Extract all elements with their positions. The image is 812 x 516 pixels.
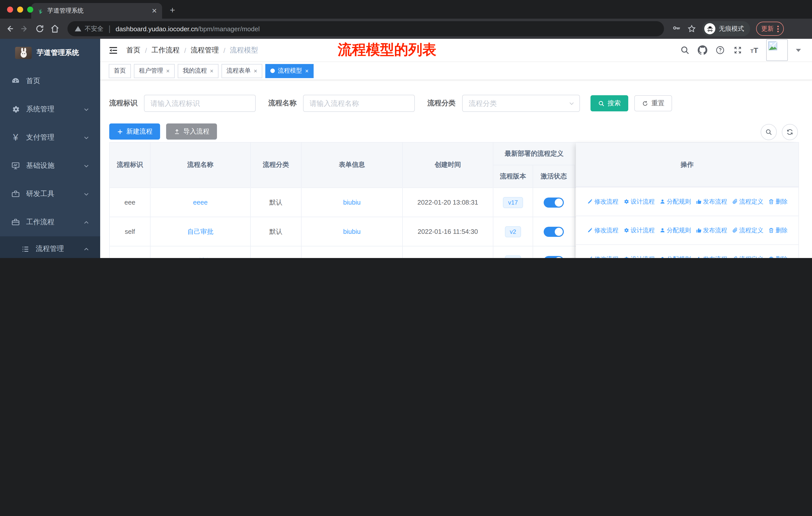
breadcrumb: 首页/ 工作流程/ 流程管理/ 流程模型 (126, 46, 258, 55)
import-process-button[interactable]: 导入流程 (166, 124, 217, 140)
pencil-icon (587, 198, 593, 205)
tag-process-form[interactable]: 流程表单× (222, 64, 262, 78)
avatar[interactable] (766, 39, 788, 61)
workflow-submenu: 流程管理 流程表单 用户分组 流程模型 任务管理 (0, 236, 100, 258)
reload-icon[interactable] (35, 24, 44, 33)
close-window-button[interactable] (7, 6, 13, 12)
edit-process-link[interactable]: 修改流程 (587, 226, 618, 235)
address-bar[interactable]: 不安全 | dashboard.yudao.iocoder.cn/bpm/man… (67, 21, 664, 36)
breadcrumb-home[interactable]: 首页 (126, 46, 141, 55)
paperclip-icon (732, 198, 738, 205)
process-definition-link[interactable]: 流程定义 (732, 197, 763, 206)
active-toggle[interactable] (544, 226, 564, 237)
active-toggle[interactable] (544, 197, 564, 207)
pencil-icon (587, 256, 593, 258)
maximize-window-button[interactable] (27, 6, 33, 12)
forward-icon[interactable] (20, 24, 29, 33)
close-icon[interactable]: × (210, 67, 213, 74)
process-name-input[interactable] (310, 99, 408, 107)
url-text[interactable]: dashboard.yudao.iocoder.cn/bpm/manager/m… (116, 25, 260, 32)
process-definition-link[interactable]: 流程定义 (732, 255, 763, 258)
sidebar-item-label: 工作流程 (26, 218, 54, 227)
sidebar-item-workflow[interactable]: 工作流程 (0, 208, 100, 236)
delete-link[interactable]: 删除 (768, 255, 788, 258)
process-name-label: 流程名称 (268, 99, 296, 108)
security-warning[interactable]: 不安全 (75, 24, 104, 33)
publish-process-link[interactable]: 发布流程 (695, 226, 727, 235)
close-icon[interactable]: × (254, 67, 257, 74)
design-process-link[interactable]: 设计流程 (623, 226, 655, 235)
process-name-link[interactable]: OA 请假 (188, 256, 212, 258)
close-icon[interactable]: × (305, 67, 309, 74)
search-icon[interactable] (680, 45, 689, 55)
process-definition-link[interactable]: 流程定义 (732, 226, 763, 235)
create-process-button[interactable]: 新建流程 (109, 124, 160, 140)
search-button[interactable]: 搜索 (590, 95, 628, 111)
tab-close-icon[interactable]: ✕ (151, 7, 157, 15)
refresh-table-button[interactable] (782, 124, 798, 140)
back-icon[interactable] (5, 24, 14, 33)
row-actions: 修改流程 设计流程 分配规则 发布流程 流程定义 删除 (576, 187, 799, 216)
sidebar-item-dev-tools[interactable]: 研发工具 (0, 180, 100, 208)
design-process-link[interactable]: 设计流程 (623, 197, 655, 206)
sidebar-item-infrastructure[interactable]: 基础设施 (0, 152, 100, 180)
form-info-link[interactable]: biubiu (343, 198, 360, 206)
category-select[interactable] (462, 95, 580, 112)
browser-menu-icon[interactable] (777, 25, 779, 32)
app-logo (15, 47, 32, 59)
breadcrumb-process-management[interactable]: 流程管理 (191, 46, 219, 55)
publish-process-link[interactable]: 发布流程 (695, 255, 727, 258)
design-process-link[interactable]: 设计流程 (623, 255, 655, 258)
delete-link[interactable]: 删除 (768, 197, 788, 206)
update-button[interactable]: 更新 (756, 22, 784, 36)
process-name-field[interactable] (303, 95, 415, 112)
home-icon[interactable] (50, 24, 59, 33)
sidebar-item-system[interactable]: 系统管理 (0, 95, 100, 124)
app-logo-row[interactable]: 芋道管理系统 (0, 39, 100, 67)
tag-home[interactable]: 首页 (109, 64, 131, 78)
edit-process-link[interactable]: 修改流程 (587, 255, 618, 258)
delete-link[interactable]: 删除 (768, 226, 788, 235)
assign-rule-link[interactable]: 分配规则 (659, 197, 691, 206)
publish-process-link[interactable]: 发布流程 (695, 197, 727, 206)
window-controls[interactable] (7, 6, 33, 12)
version-badge[interactable]: v5 (505, 255, 521, 258)
github-icon[interactable] (697, 45, 707, 55)
version-badge[interactable]: v2 (505, 226, 521, 237)
toggle-search-button[interactable] (761, 124, 777, 140)
sidebar-item-process-management[interactable]: 流程管理 (0, 236, 100, 258)
font-size-icon[interactable]: TT (750, 46, 758, 54)
breadcrumb-workflow[interactable]: 工作流程 (151, 46, 180, 55)
process-key-field[interactable] (144, 95, 256, 112)
assign-rule-link[interactable]: 分配规则 (659, 255, 691, 258)
help-icon[interactable] (715, 45, 725, 55)
form-info-link[interactable]: /bpm/oa/leave/create (321, 257, 383, 258)
minimize-window-button[interactable] (17, 6, 23, 12)
version-badge[interactable]: v17 (503, 197, 523, 208)
key-icon[interactable] (672, 24, 681, 33)
sidebar-item-home[interactable]: 首页 (0, 67, 100, 95)
close-icon[interactable]: × (166, 67, 170, 74)
tag-my-process[interactable]: 我的流程× (178, 64, 219, 78)
new-tab-button[interactable]: ＋ (168, 4, 177, 16)
form-info-link[interactable]: biubiu (343, 228, 360, 235)
bookmark-star-icon[interactable] (687, 24, 696, 33)
assign-rule-link[interactable]: 分配规则 (659, 226, 691, 235)
collapse-sidebar-icon[interactable] (108, 45, 118, 55)
process-name-link[interactable]: eeee (193, 198, 208, 206)
process-key-label: 流程标识 (109, 99, 138, 108)
security-label: 不安全 (85, 24, 104, 33)
process-name-link[interactable]: 自己审批 (187, 227, 213, 236)
category-select-input[interactable] (469, 99, 573, 107)
active-toggle[interactable] (544, 256, 564, 258)
sidebar-item-payment[interactable]: ¥ 支付管理 (0, 124, 100, 152)
fullscreen-icon[interactable] (733, 45, 742, 55)
tag-tenant[interactable]: 租户管理× (134, 64, 175, 78)
cell-created-time: 2022-01-16 01:30:54 (403, 246, 493, 258)
reset-button[interactable]: 重置 (634, 95, 672, 111)
tag-process-model[interactable]: 流程模型× (265, 64, 314, 78)
process-key-input[interactable] (150, 99, 249, 107)
avatar-caret-icon[interactable] (796, 49, 801, 52)
edit-process-link[interactable]: 修改流程 (587, 197, 618, 206)
browser-tab[interactable]: 芋道管理系统 ✕ (31, 3, 162, 19)
